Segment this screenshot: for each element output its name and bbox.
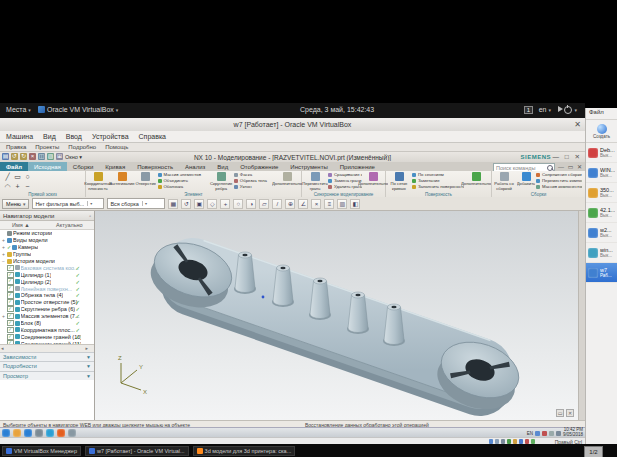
tray-icon[interactable] [549,431,554,436]
tree-item[interactable]: Режим истории [0,230,94,237]
tray-icon[interactable] [542,431,547,436]
keyboard-layout[interactable]: en▾ [539,106,551,113]
app-menu[interactable]: Oracle VM VirtualBox▾ [38,106,118,113]
feature-checkbox[interactable] [7,320,14,327]
selection-scope-dropdown[interactable]: Вся сборка▾ [107,198,165,209]
viewport-window-controls[interactable]: ▭ ✕ [556,409,574,417]
tree-item[interactable]: Соединение граней (10) [0,333,94,340]
taskbar-window-button[interactable]: w7 [Работает] - Oracle VM Virtual... [85,446,189,456]
pattern-component-button[interactable]: Массив компонентов [536,184,582,189]
assembly-toggle-button[interactable]: Работа со сборкой [492,171,516,191]
column-status[interactable]: Актуально [56,222,83,228]
feature-checkbox[interactable] [7,306,14,313]
pattern-feature-button[interactable]: Массив элементов [158,172,209,177]
selection-tool-icon[interactable]: ≡ [324,199,334,209]
graphics-viewport[interactable]: X Y Z ▭ ✕ [95,211,578,420]
feature-checkbox[interactable] [7,299,14,306]
feature-checkbox[interactable] [7,265,14,272]
taskbar-icon[interactable] [2,429,10,437]
vm-list-item[interactable]: Deb...Вык... [586,143,617,163]
device-status-icon[interactable] [507,439,512,444]
ribbon-tab[interactable]: Поверхность [131,162,179,171]
tree-item[interactable]: Базовая система коо... [0,264,94,271]
vm-list-item[interactable]: WIN...Вык... [586,163,617,183]
manager-file-menu[interactable]: Файл [586,108,617,120]
assembly-constraints-button[interactable]: Сопряжения сборки [536,172,582,177]
device-status-icon[interactable] [525,439,530,444]
device-status-icon[interactable] [501,439,506,444]
menu-item[interactable]: Проекты [35,144,59,150]
tree-item[interactable]: Координатная плос... [0,326,94,333]
surface-more-button[interactable]: Дополнительно [464,171,488,187]
tree-item[interactable]: Цилиндр (1) [0,271,94,278]
tree-item[interactable]: −История модели [0,258,94,265]
new-vm-button[interactable]: Создать [586,120,617,143]
tree-item[interactable]: Линейная поверхн... [0,285,94,292]
navigator-section[interactable]: Подробности▼ [0,361,94,370]
taskbar-window-button[interactable]: VM VirtualBox Менеджер [2,446,81,456]
selection-tool-icon[interactable]: ▦ [168,199,178,209]
vm-list-item[interactable]: w2...Вык... [586,223,617,243]
window-controls[interactable]: — □ ✕ [553,153,582,161]
selection-filter-dropdown[interactable]: Нет фильтра выб...▾ [32,198,104,209]
datum-plane-button[interactable]: Координатная плоскость [86,171,110,191]
sketch-tool-icon[interactable]: + [13,182,22,191]
ribbon-tab[interactable]: Приложение [334,162,381,171]
selection-tool-icon[interactable]: ▣ [194,199,204,209]
shell-button[interactable]: Оболочка [158,184,209,189]
taskbar-window-button[interactable]: 3d модели для 3d принтера: ска... [193,446,296,456]
vm-list-item[interactable]: win...Вык... [586,243,617,263]
menu-item[interactable]: Подробно [68,144,96,150]
ribbon-tab[interactable]: Вид [211,162,234,171]
menu-item[interactable]: Справка [139,133,166,140]
horizontal-scrollbar[interactable] [0,344,94,352]
through-curves-button[interactable]: По сечениям [412,172,464,177]
device-status-icon[interactable] [519,439,524,444]
tree-item[interactable]: Блок (8) [0,320,94,327]
selection-tool-icon[interactable]: ◑ [246,199,256,209]
panel-undock-icon[interactable]: ▫ [89,213,91,219]
power-icon[interactable]: ▾ [564,106,577,114]
selection-tool-icon[interactable]: ◧ [350,199,360,209]
tree-item[interactable]: Скругление ребра (6) [0,306,94,313]
unite-button[interactable]: Объединить [158,178,209,183]
taskbar-icon[interactable] [46,429,54,437]
device-status-icon[interactable] [531,439,536,444]
ribbon-tab[interactable]: Инструменты [284,162,333,171]
tree-item[interactable]: +Камеры [0,244,94,251]
through-curve-mesh-button[interactable]: По сетке кривых [386,171,412,191]
sketch-tool-icon[interactable]: ~ [23,182,32,191]
qat-icon[interactable]: ↺ [11,153,18,160]
tree-item[interactable]: Обрезка тела (4) [0,292,94,299]
workspace-pager[interactable]: 1/2 [584,446,603,457]
tree-item[interactable]: Цилиндр (2) [0,278,94,285]
selection-tool-icon[interactable]: / [272,199,282,209]
sketch-tool-icon[interactable]: ○ [23,172,32,181]
merge-region-button[interactable]: Сращивание области [328,172,362,177]
tree-item[interactable]: +Массив элементов (7... [0,313,94,320]
feature-checkbox[interactable] [7,292,14,299]
selection-tool-icon[interactable]: ▥ [337,199,347,209]
column-name[interactable]: Имя ▲ [12,222,30,228]
document-window-controls[interactable]: — ▭ ✕ [558,163,583,170]
menu-button[interactable]: Меню▾ [2,199,29,209]
vm-list-item[interactable]: 42.1...Вык... [586,203,617,223]
trim-body-button[interactable]: Обрезка тела [234,178,273,183]
delete-face-button[interactable]: Удалить грань [328,184,362,189]
selection-tool-icon[interactable]: ∠ [298,199,308,209]
taskbar-icon[interactable] [68,429,76,437]
fill-surface-button[interactable]: Заполнить поверхность [412,184,464,189]
volume-icon[interactable] [558,106,563,112]
move-component-button[interactable]: Переместить компонент [536,178,582,183]
selection-tool-icon[interactable]: + [220,199,230,209]
taskbar-icon[interactable] [35,429,43,437]
language-indicator[interactable]: EN [527,431,533,436]
tree-item[interactable]: Простое отверстие (5) [0,299,94,306]
restore-icon[interactable]: ▭ [556,409,564,417]
feature-checkbox[interactable] [7,313,14,320]
workspace-indicator[interactable]: 1 [524,106,533,114]
navigator-section[interactable]: Зависимости▼ [0,352,94,361]
ribbon-tab[interactable]: Отображение [234,162,284,171]
qat-icon[interactable]: × [29,153,36,160]
device-status-icon[interactable] [495,439,500,444]
